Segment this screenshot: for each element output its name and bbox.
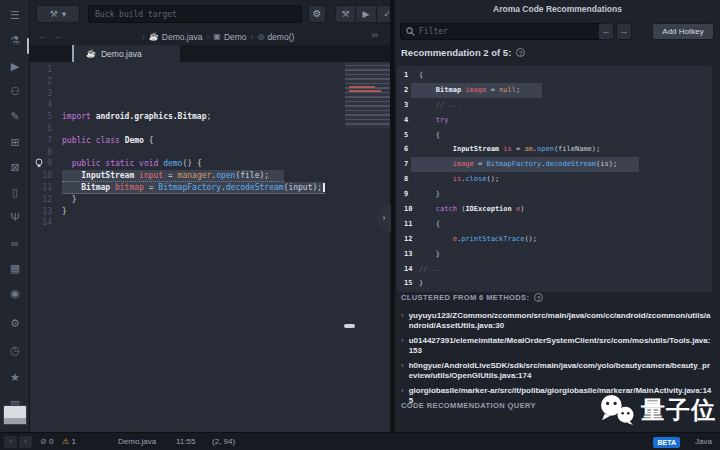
recommended-code-block[interactable]: 1{2 Bitmap image = null;3 // ...4 try5 {… xyxy=(397,66,712,292)
code-line-text: e.printStackTrace(); xyxy=(411,232,537,247)
error-count[interactable]: ⊘ 0 xyxy=(40,433,53,450)
line-number: 14 xyxy=(397,262,411,277)
java-file-icon: ☕ xyxy=(86,49,96,58)
code-editor[interactable]: 12345import android.graphics.Bitmap;67pu… xyxy=(30,62,390,432)
code-token: is xyxy=(503,145,516,153)
console-window-icon[interactable]: ⊠ xyxy=(0,156,30,178)
filter-input[interactable] xyxy=(419,27,600,36)
recommendation-label: Recommendation 2 of 5: xyxy=(401,47,511,58)
method-reference-link[interactable]: ›yuyuyu123/ZCommon/zcommon/src/main/java… xyxy=(401,311,714,330)
build-settings-gear-button[interactable]: ⚙ xyxy=(308,5,326,23)
edit-icon[interactable]: ✎ xyxy=(0,105,30,127)
device-icon[interactable]: ▯ xyxy=(0,181,30,203)
help-icon[interactable]: ? xyxy=(516,48,525,57)
method-reference-link[interactable]: ›h0ngyue/AndroidLiveSDK/sdk/src/main/jav… xyxy=(401,361,714,380)
warning-count-value: 1 xyxy=(71,437,75,446)
debug-robot-icon[interactable]: ⚇ xyxy=(0,80,30,102)
git-branch-icon[interactable]: Ψ xyxy=(0,206,30,228)
code-token xyxy=(62,159,72,168)
code-line-text: Bitmap bitmap = BitmapFactory.decodeStre… xyxy=(62,182,325,194)
query-header-label: CODE RECOMMENDATION QUERY xyxy=(401,401,536,410)
code-token: } xyxy=(419,190,440,198)
prev-recommendation-button[interactable]: ← xyxy=(598,23,614,40)
build-tools-button[interactable]: ⚒ xyxy=(335,5,356,23)
line-number: 7 xyxy=(30,135,62,147)
code-token: printStackTrace xyxy=(461,235,524,243)
code-line-text: } xyxy=(62,206,67,218)
build-dropdown-button[interactable]: ⚒ ▾ xyxy=(36,5,80,23)
line-number: 7 xyxy=(397,157,411,172)
screenshot-thumbnail[interactable] xyxy=(3,405,27,425)
help-icon[interactable]: ? xyxy=(534,293,543,302)
link-icon[interactable]: ∞ xyxy=(372,30,378,40)
code-line-text: } xyxy=(411,247,440,262)
build-icon: ⚒ xyxy=(50,9,58,19)
line-number: 3 xyxy=(30,88,62,100)
code-token: () { xyxy=(182,159,201,168)
code-line-text: } xyxy=(411,187,440,202)
code-token xyxy=(62,171,81,180)
gear-icon: ⚙ xyxy=(313,8,322,19)
class-icon: ▣ xyxy=(213,32,221,41)
breadcrumb-item-demo[interactable]: ▣Demo xyxy=(213,32,246,42)
minimap-highlight-line xyxy=(349,86,375,88)
package-icon[interactable]: ▦ xyxy=(0,257,30,279)
run-button[interactable]: ▶ xyxy=(356,5,377,23)
statusbar-back-button[interactable]: ‹ xyxy=(4,436,17,448)
method-reference-link[interactable]: ›u014427391/elemeimitate/MealOrderSystem… xyxy=(401,336,714,355)
next-recommendation-button[interactable]: → xyxy=(616,23,632,40)
arrow-left-icon: ← xyxy=(602,26,611,36)
health-check-icon[interactable]: ◷ xyxy=(0,339,30,361)
filter-field[interactable] xyxy=(400,23,606,40)
minimap[interactable] xyxy=(345,62,390,128)
breadcrumb-label: demo() xyxy=(267,32,294,42)
nav-forward-button[interactable]: → xyxy=(51,30,64,43)
line-number: 2 xyxy=(30,76,62,88)
line-number: 13 xyxy=(397,247,411,262)
method-list: ›yuyuyu123/ZCommon/zcommon/src/main/java… xyxy=(401,311,714,405)
favorites-star-icon[interactable]: ★ xyxy=(0,366,30,388)
code-token xyxy=(419,86,436,94)
file-tree-icon[interactable]: ☰ xyxy=(0,4,30,26)
language-indicator[interactable]: Java xyxy=(695,433,712,450)
ide-window: ☰⚗▶⚇✎⊞⊠▯Ψ∞▦◉ ⚙◷★▥ ⚒ ▾ ⚙ ⚒▶✓⚇ ← → ›☕Demo.… xyxy=(0,0,720,450)
aroma-panel: Aroma Code Recommendations ← → Add Hotke… xyxy=(395,0,720,432)
nav-back-button[interactable]: ← xyxy=(36,30,49,43)
statusbar-filename[interactable]: Demo.java xyxy=(118,433,156,450)
buck-build-target-input[interactable] xyxy=(88,5,302,23)
code-line-text: { xyxy=(411,217,440,232)
wechat-icon xyxy=(598,394,636,426)
sidebar-active-indicator xyxy=(27,38,29,54)
code-line: 1{ xyxy=(397,68,712,83)
settings-gear-icon[interactable]: ⚙ xyxy=(0,312,30,334)
statusbar-forward-button[interactable]: › xyxy=(19,436,32,448)
code-token: android.graphics.Bitmap xyxy=(96,112,207,121)
run-icon[interactable]: ▶ xyxy=(0,55,30,77)
cursor-position[interactable]: 11:55 xyxy=(176,433,195,450)
remote-link-icon[interactable]: ∞ xyxy=(0,232,30,254)
code-line: 8 xyxy=(30,147,390,159)
terminal-window-icon[interactable]: ⊞ xyxy=(0,131,30,153)
scrollbar-thumb[interactable] xyxy=(344,324,355,328)
lightbulb-icon[interactable] xyxy=(34,158,44,168)
code-token: } xyxy=(62,195,76,204)
watcher-eye-icon[interactable]: ◉ xyxy=(0,282,30,304)
breadcrumb-row: ← → ›☕Demo.java›▣Demo›◎demo() ∞ xyxy=(30,28,390,45)
method-path: u014427391/elemeimitate/MealOrderSystemC… xyxy=(409,336,714,355)
breadcrumb-item-demo-[interactable]: ◎demo() xyxy=(257,32,294,42)
arrow-right-icon: → xyxy=(53,31,62,41)
line-number: 12 xyxy=(30,194,62,206)
code-token: input xyxy=(139,171,168,180)
code-line: 10 catch (IOException e) xyxy=(397,202,712,217)
tab-demo-java[interactable]: ☕ Demo.java xyxy=(72,45,180,62)
minimap-highlight-line xyxy=(349,90,381,92)
code-token xyxy=(419,101,436,109)
java-file-icon: ☕ xyxy=(149,32,159,41)
test-flask-icon[interactable]: ⚗ xyxy=(0,29,30,51)
breadcrumb-item-demo-java[interactable]: ☕Demo.java xyxy=(149,32,203,42)
warning-count[interactable]: ⚠ 1 xyxy=(62,433,76,450)
add-hotkey-button[interactable]: Add Hotkey xyxy=(652,23,714,40)
code-line: 14 xyxy=(30,217,390,229)
build-tools-icon: ⚒ xyxy=(341,9,349,19)
code-line: 12 e.printStackTrace(); xyxy=(397,232,712,247)
